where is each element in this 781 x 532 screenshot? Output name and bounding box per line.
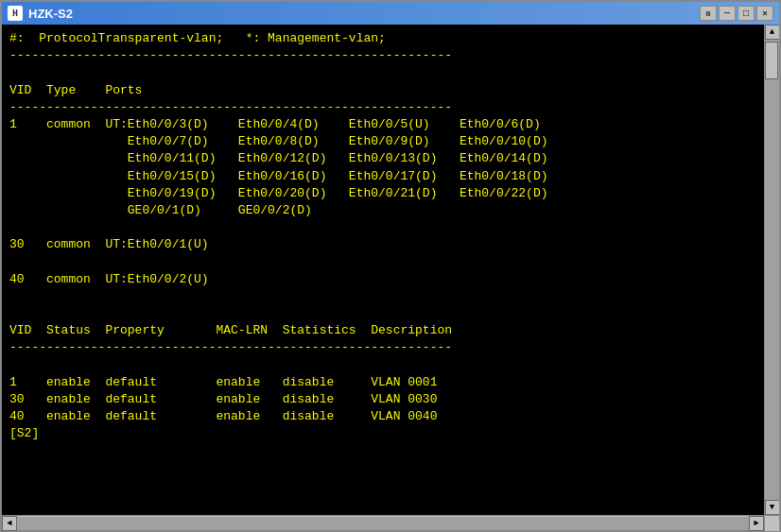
terminal-output[interactable]: #: ProtocolTransparent-vlan; *: Manageme… xyxy=(2,25,764,515)
maximize-button[interactable]: □ xyxy=(738,6,755,21)
scroll-corner xyxy=(764,516,779,531)
title-bar: H HZK-S2 ⊞ ─ □ ✕ xyxy=(2,2,779,25)
scroll-track-x[interactable] xyxy=(17,517,749,530)
scroll-left-button[interactable]: ◄ xyxy=(2,516,17,531)
horizontal-scrollbar[interactable]: ◄ ► xyxy=(2,516,764,530)
resize-icon: ⊞ xyxy=(700,6,717,21)
scroll-track-y[interactable] xyxy=(765,40,779,500)
scroll-thumb-y[interactable] xyxy=(765,42,778,79)
title-bar-left: H HZK-S2 xyxy=(8,6,73,21)
close-button[interactable]: ✕ xyxy=(756,6,773,21)
app-icon: H xyxy=(8,6,23,21)
scroll-right-button[interactable]: ► xyxy=(749,516,764,531)
vertical-scrollbar[interactable]: ▲ ▼ xyxy=(764,25,779,515)
window-controls: ⊞ ─ □ ✕ xyxy=(700,6,773,21)
scroll-up-button[interactable]: ▲ xyxy=(765,25,780,40)
scroll-down-button[interactable]: ▼ xyxy=(765,500,780,515)
terminal-window: H HZK-S2 ⊞ ─ □ ✕ #: ProtocolTransparent-… xyxy=(0,0,781,532)
minimize-button[interactable]: ─ xyxy=(719,6,736,21)
bottom-bar: ◄ ► xyxy=(2,515,779,530)
window-title: HZK-S2 xyxy=(28,7,73,21)
terminal-container: #: ProtocolTransparent-vlan; *: Manageme… xyxy=(2,25,779,515)
